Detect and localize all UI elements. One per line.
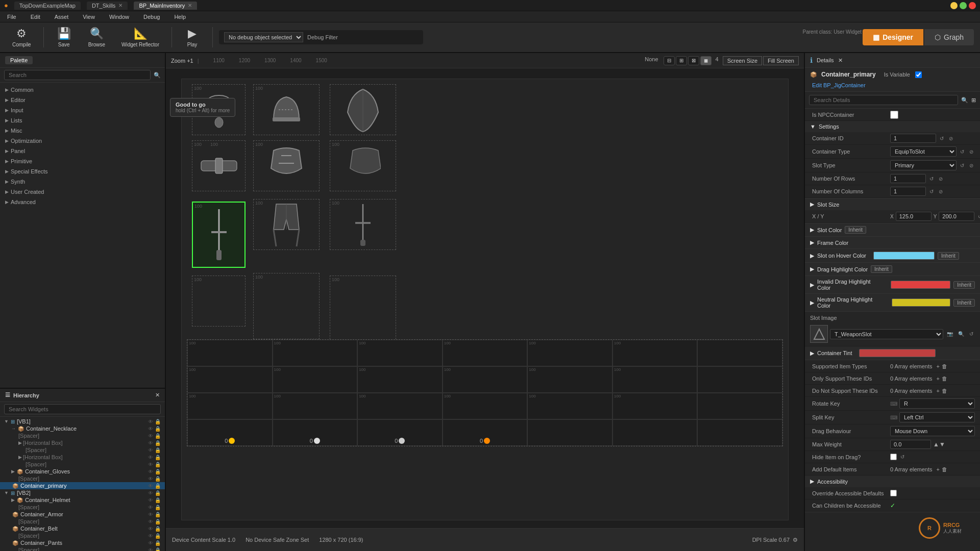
grid-cell[interactable]: 100 xyxy=(527,366,612,393)
equip-slot-cape[interactable] xyxy=(330,84,396,135)
minimize-button[interactable] xyxy=(950,2,958,9)
grid-cell[interactable]: 100 xyxy=(443,366,528,393)
max-weight-input[interactable] xyxy=(890,440,931,449)
tree-node-spacer4[interactable]: [Spacer] 👁 🔒 xyxy=(0,475,165,482)
grid-cell[interactable]: 100 xyxy=(273,366,358,393)
tab-mainInventory[interactable]: BP_MainInventory ✕ xyxy=(134,2,197,10)
slot-size-y-input[interactable] xyxy=(939,212,974,221)
tree-node-vb1[interactable]: ▼ ⊞ [VB1] 👁 🔒 xyxy=(0,418,165,425)
tab-dtskills[interactable]: DT_Skills ✕ xyxy=(87,2,128,10)
grid-cell[interactable]: 100 xyxy=(187,340,273,366)
menu-file[interactable]: File xyxy=(4,13,19,21)
align-left-button[interactable]: ⊟ xyxy=(664,56,675,65)
tree-node-primary[interactable]: 📦 Container_primary 👁 🔒 xyxy=(0,482,165,489)
grid-cell-dot4[interactable]: 0 xyxy=(443,419,528,446)
grid-cell[interactable] xyxy=(697,393,782,419)
num-rows-input[interactable] xyxy=(890,174,926,183)
num-rows-reset[interactable]: ↺ xyxy=(928,176,935,182)
container-type-reset2[interactable]: ⊘ xyxy=(968,148,975,155)
container-id-reset[interactable]: ↺ xyxy=(938,135,945,142)
drag-behaviour-select[interactable]: Mouse Down xyxy=(890,426,975,436)
tree-node-hbox2[interactable]: ▶ [Horizontal Box] 👁 🔒 xyxy=(0,454,165,461)
align-center-button[interactable]: ⊞ xyxy=(676,56,687,65)
container-type-reset[interactable]: ↺ xyxy=(959,148,966,155)
slot-size-header[interactable]: ▶ Slot Size xyxy=(805,198,980,210)
palette-optimization[interactable]: ▶Optimization xyxy=(0,136,165,146)
tree-node-armor[interactable]: 📦 Container_Armor 👁 🔒 xyxy=(0,511,165,518)
container-type-select[interactable]: EquipToSlot Inventory xyxy=(890,146,957,157)
grid-cell[interactable] xyxy=(612,419,698,446)
palette-editor[interactable]: ▶Editor xyxy=(0,95,165,105)
hierarchy-close-icon[interactable]: ✕ xyxy=(155,392,160,398)
max-weight-arrow[interactable]: ▲▼ xyxy=(933,441,945,448)
menu-asset[interactable]: Asset xyxy=(52,13,72,21)
tree-node-gloves[interactable]: ▶ 📦 Container_Gloves 👁 🔒 xyxy=(0,468,165,475)
slot-type-reset2[interactable]: ⊘ xyxy=(968,162,975,169)
align-fill-button[interactable]: ◼ xyxy=(700,56,712,65)
grid-cell[interactable]: 100 xyxy=(357,393,443,419)
graph-button[interactable]: ⬡ Graph xyxy=(924,29,974,45)
grid-cell[interactable]: 100 xyxy=(357,366,443,393)
container-id-input[interactable] xyxy=(890,134,936,143)
close-button[interactable] xyxy=(969,2,976,9)
grid-cell[interactable]: 100 xyxy=(273,393,358,419)
no-support-add[interactable]: + xyxy=(937,388,940,394)
palette-panel[interactable]: ▶Panel xyxy=(0,146,165,156)
invalid-drag-color-swatch[interactable] xyxy=(891,281,950,289)
grid-cell[interactable]: 100 xyxy=(273,340,358,366)
menu-window[interactable]: Window xyxy=(106,13,132,21)
close-maininventory-icon[interactable]: ✕ xyxy=(188,3,192,8)
slot-type-reset[interactable]: ↺ xyxy=(959,162,966,169)
accessibility-header[interactable]: ▶ Accessibility xyxy=(805,475,980,487)
drag-highlight-header[interactable]: ▶ Drag Highlight Color Inherit xyxy=(805,263,980,276)
palette-common[interactable]: ▶Common xyxy=(0,85,165,95)
only-ids-add[interactable]: + xyxy=(937,375,940,382)
grid-cell-dot1[interactable]: 0 xyxy=(187,419,273,446)
equip-slot-right-4[interactable]: 100 xyxy=(330,276,396,342)
num-cols-input[interactable] xyxy=(890,187,926,196)
hover-color-inherit-btn[interactable]: Inherit xyxy=(938,252,959,260)
neutral-drag-color-swatch[interactable] xyxy=(892,298,950,307)
palette-search-input[interactable] xyxy=(4,70,151,80)
npc-container-checkbox[interactable] xyxy=(890,111,898,119)
designer-button[interactable]: ▦ Designer xyxy=(863,29,923,45)
palette-advanced[interactable]: ▶Advanced xyxy=(0,197,165,207)
palette-input[interactable]: ▶Input xyxy=(0,105,165,115)
supported-items-del[interactable]: 🗑 xyxy=(942,363,947,369)
tree-node-spacer8[interactable]: [Spacer] 👁 🔒 xyxy=(0,546,165,551)
grid-cell[interactable]: 100 xyxy=(443,393,528,419)
grid-cell[interactable] xyxy=(527,419,612,446)
grid-cell[interactable] xyxy=(697,366,782,393)
browse-button[interactable]: 🔍 Browse xyxy=(82,25,111,49)
slot-color-header[interactable]: ▶ Slot Color Inherit xyxy=(805,223,980,236)
split-key-select[interactable]: Left Ctrl xyxy=(899,412,975,422)
grid-cell[interactable]: 100 xyxy=(357,340,443,366)
tree-node-spacer2[interactable]: [Spacer] 👁 🔒 xyxy=(0,446,165,454)
container-tint-swatch[interactable] xyxy=(859,349,936,357)
palette-user-created[interactable]: ▶User Created xyxy=(0,187,165,197)
palette-tab[interactable]: Palette xyxy=(5,56,33,64)
slot-image-reset2[interactable]: 🔍 xyxy=(957,331,966,337)
menu-view[interactable]: View xyxy=(80,13,98,21)
tree-node-spacer6[interactable]: [Spacer] 👁 🔒 xyxy=(0,518,165,525)
edit-link[interactable]: Edit BP_JigContainer xyxy=(812,82,866,88)
palette-misc[interactable]: ▶Misc xyxy=(0,126,165,136)
play-button[interactable]: ▶ Play xyxy=(178,25,206,49)
add-default-del[interactable]: 🗑 xyxy=(942,466,947,472)
debug-object-select[interactable]: No debug object selected xyxy=(224,32,303,42)
tree-node-hbox1[interactable]: ▶ [Horizontal Box] 👁 🔒 xyxy=(0,439,165,446)
canvas-grid[interactable]: 100 100 100 xyxy=(166,68,804,551)
fill-screen-button[interactable]: Fill Screen xyxy=(763,56,799,65)
grid-cell-dot3[interactable]: 0 xyxy=(357,419,443,446)
supported-items-add[interactable]: + xyxy=(937,363,940,369)
slot-image-reset3[interactable]: ↺ xyxy=(968,331,975,337)
neutral-drag-header[interactable]: ▶ Neutral Drag Highlight Color Inherit xyxy=(805,294,980,311)
equip-slot-4[interactable]: 100 xyxy=(192,276,246,327)
grid-cell[interactable]: 100 xyxy=(527,340,612,366)
widget-reflector-button[interactable]: 📐 Widget Reflector xyxy=(115,25,165,49)
hover-color-header[interactable]: ▶ Slot on Hover Color Inherit xyxy=(805,249,980,262)
grid-cell[interactable]: 100 xyxy=(527,393,612,419)
slot-image-reset1[interactable]: 📷 xyxy=(945,331,954,337)
slot-size-reset[interactable]: ↺ xyxy=(976,213,980,220)
grid-cell-dot2[interactable]: 0 xyxy=(273,419,358,446)
